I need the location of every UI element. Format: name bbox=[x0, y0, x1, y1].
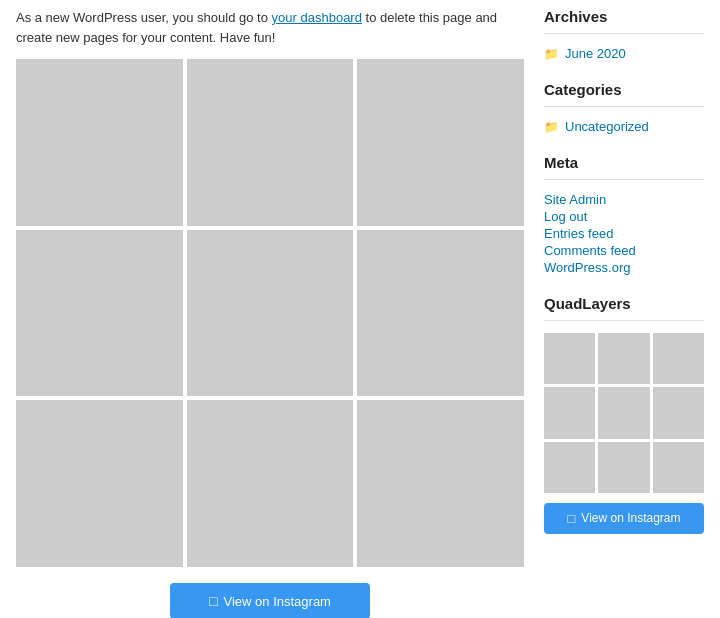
instagram-photo-2[interactable] bbox=[187, 59, 354, 226]
ql-instagram-icon: □ bbox=[567, 511, 575, 526]
quadlayers-divider bbox=[544, 320, 704, 321]
comments-feed-link[interactable]: Comments feed bbox=[544, 243, 704, 258]
instagram-photo-8[interactable] bbox=[187, 400, 354, 567]
folder-icon: 📁 bbox=[544, 47, 559, 61]
main-content: As a new WordPress user, you should go t… bbox=[16, 8, 524, 618]
meta-links: Site Admin Log out Entries feed Comments… bbox=[544, 192, 704, 275]
log-out-link[interactable]: Log out bbox=[544, 209, 704, 224]
site-admin-link[interactable]: Site Admin bbox=[544, 192, 704, 207]
instagram-photo-6[interactable] bbox=[357, 230, 524, 397]
uncategorized-link[interactable]: 📁 Uncategorized bbox=[544, 119, 704, 134]
ql-view-instagram-button[interactable]: □ View on Instagram bbox=[544, 503, 704, 534]
ql-photo-5[interactable] bbox=[598, 387, 649, 438]
instagram-photo-4[interactable] bbox=[16, 230, 183, 397]
ql-photo-8[interactable] bbox=[598, 442, 649, 493]
instagram-photo-3[interactable] bbox=[357, 59, 524, 226]
instagram-icon: □ bbox=[209, 593, 217, 609]
meta-section: Meta Site Admin Log out Entries feed Com… bbox=[544, 154, 704, 275]
instagram-photo-1[interactable] bbox=[16, 59, 183, 226]
ql-photo-2[interactable] bbox=[598, 333, 649, 384]
dashboard-link[interactable]: your dashboard bbox=[272, 10, 362, 25]
archives-june-2020-link[interactable]: 📁 June 2020 bbox=[544, 46, 704, 61]
instagram-photo-7[interactable] bbox=[16, 400, 183, 567]
entries-feed-link[interactable]: Entries feed bbox=[544, 226, 704, 241]
ql-photo-6[interactable] bbox=[653, 387, 704, 438]
quadlayers-section: QuadLayers □ View on Instagram bbox=[544, 295, 704, 534]
ql-photo-7[interactable] bbox=[544, 442, 595, 493]
categories-title: Categories bbox=[544, 81, 704, 98]
intro-prefix: As a new WordPress user, you should go t… bbox=[16, 10, 272, 25]
ql-photo-3[interactable] bbox=[653, 333, 704, 384]
wordpress-org-link[interactable]: WordPress.org bbox=[544, 260, 704, 275]
categories-section: Categories 📁 Uncategorized bbox=[544, 81, 704, 134]
meta-divider bbox=[544, 179, 704, 180]
uncategorized-label: Uncategorized bbox=[565, 119, 649, 134]
ql-view-label: View on Instagram bbox=[581, 511, 680, 525]
ql-photo-4[interactable] bbox=[544, 387, 595, 438]
instagram-photo-5[interactable] bbox=[187, 230, 354, 397]
ql-photo-1[interactable] bbox=[544, 333, 595, 384]
folder-icon-cat: 📁 bbox=[544, 120, 559, 134]
view-instagram-label: View on Instagram bbox=[224, 594, 331, 609]
intro-text: As a new WordPress user, you should go t… bbox=[16, 8, 524, 47]
archives-june-label: June 2020 bbox=[565, 46, 626, 61]
archives-section: Archives 📁 June 2020 bbox=[544, 8, 704, 61]
meta-title: Meta bbox=[544, 154, 704, 171]
quadlayers-title: QuadLayers bbox=[544, 295, 704, 312]
instagram-grid bbox=[16, 59, 524, 567]
categories-divider bbox=[544, 106, 704, 107]
sidebar: Archives 📁 June 2020 Categories 📁 Uncate… bbox=[544, 8, 704, 618]
instagram-photo-9[interactable] bbox=[357, 400, 524, 567]
archives-divider bbox=[544, 33, 704, 34]
archives-title: Archives bbox=[544, 8, 704, 25]
view-on-instagram-button[interactable]: □ View on Instagram bbox=[170, 583, 370, 618]
page-wrapper: As a new WordPress user, you should go t… bbox=[0, 0, 720, 618]
quadlayers-grid bbox=[544, 333, 704, 493]
ql-photo-9[interactable] bbox=[653, 442, 704, 493]
